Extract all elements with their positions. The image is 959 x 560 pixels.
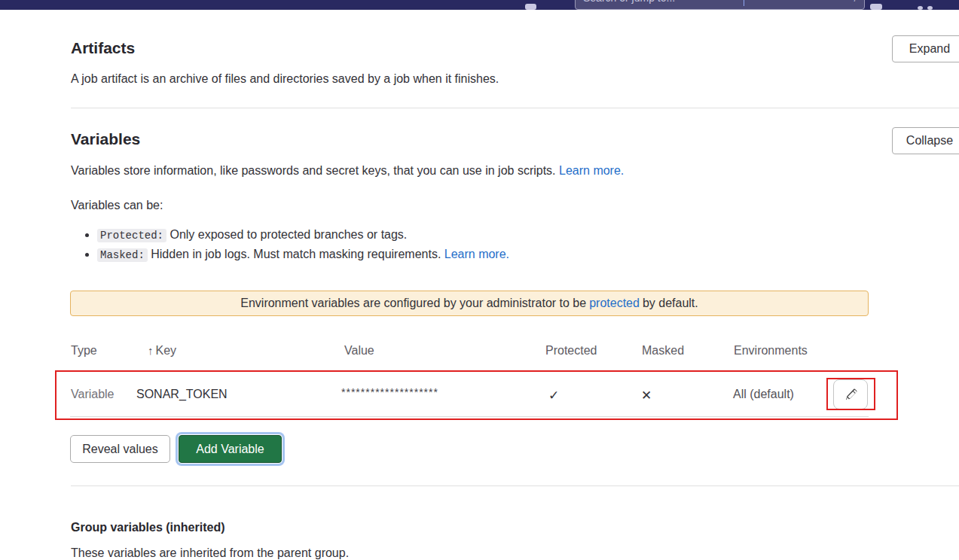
masked-learn-more-link[interactable]: Learn more.	[444, 248, 509, 260]
slash-shortcut-hint: /	[854, 0, 857, 4]
column-header-key-label: Key	[156, 344, 177, 357]
column-header-protected: Protected	[545, 344, 597, 358]
group-variables-title: Group variables (inherited)	[71, 521, 224, 534]
protected-code-badge: Protected:	[97, 229, 166, 242]
top-navigation-bar: Search or jump to... /	[0, 0, 959, 10]
avatar[interactable]	[927, 6, 933, 10]
variables-can-be-label: Variables can be:	[71, 199, 163, 212]
sort-ascending-icon: ↑	[148, 344, 154, 357]
list-item: Masked: Hidden in job logs. Must match m…	[97, 248, 509, 267]
artifacts-section-title: Artifacts	[71, 39, 135, 57]
row-masked-value-cell: ********************	[341, 386, 438, 398]
group-variables-description: These variables are inherited from the p…	[71, 546, 349, 560]
add-variable-button[interactable]: Add Variable	[179, 435, 282, 463]
help-icon[interactable]	[918, 6, 923, 10]
column-header-value: Value	[344, 344, 374, 358]
artifacts-description: A job artifact is an archive of files an…	[71, 72, 499, 86]
alert-protected-link[interactable]: protected	[589, 297, 640, 310]
variables-learn-more-link[interactable]: Learn more.	[559, 164, 624, 177]
section-divider	[71, 485, 959, 486]
notifications-icon[interactable]	[870, 4, 882, 10]
protected-check-icon: ✓	[548, 388, 559, 403]
expand-artifacts-button[interactable]: Expand	[892, 35, 959, 62]
column-header-key[interactable]: ↑Key	[148, 344, 176, 358]
row-key-cell: SONAR_TOKEN	[136, 388, 228, 401]
row-divider	[70, 416, 869, 417]
collapse-variables-button[interactable]: Collapse	[892, 127, 959, 154]
variables-bullet-list: Protected: Only exposed to protected bra…	[75, 228, 509, 267]
protected-bullet-text: Only exposed to protected branches or ta…	[166, 228, 407, 241]
alert-text-after: by default.	[643, 297, 698, 310]
variables-description: Variables store information, like passwo…	[71, 164, 624, 178]
column-header-type: Type	[71, 344, 97, 358]
search-input[interactable]: Search or jump to... /	[575, 0, 865, 10]
column-header-masked: Masked	[642, 344, 684, 358]
reveal-values-button[interactable]: Reveal values	[70, 435, 170, 463]
row-environments-cell: All (default)	[733, 388, 794, 401]
masked-bullet-text: Hidden in job logs. Must match masking r…	[148, 248, 444, 260]
section-divider	[71, 108, 959, 108]
masked-x-icon: ✕	[641, 388, 652, 403]
list-item: Protected: Only exposed to protected bra…	[97, 228, 509, 248]
menu-icon[interactable]	[525, 4, 536, 10]
admin-protected-alert: Environment variables are configured by …	[70, 291, 869, 316]
row-type-cell: Variable	[71, 388, 115, 401]
search-placeholder: Search or jump to...	[583, 0, 675, 4]
alert-text-before: Environment variables are configured by …	[240, 297, 586, 310]
column-header-environments: Environments	[734, 344, 808, 358]
edit-button-highlight-annotation	[826, 378, 875, 410]
variables-section-title: Variables	[71, 130, 140, 148]
variables-description-text: Variables store information, like passwo…	[71, 164, 556, 177]
masked-code-badge: Masked:	[97, 248, 148, 262]
text-caret	[744, 0, 744, 6]
